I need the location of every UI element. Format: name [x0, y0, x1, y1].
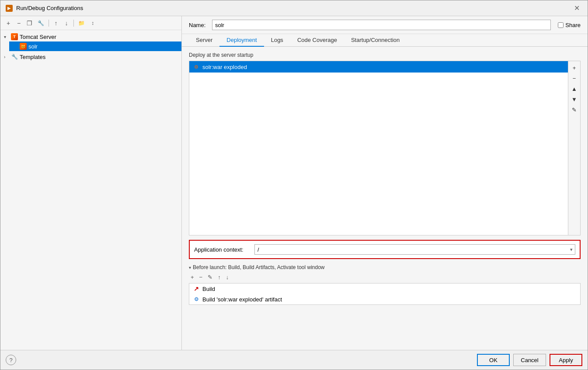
deploy-item-label-0: solr:war exploded — [202, 64, 247, 70]
move-up-button[interactable]: ↑ — [52, 19, 60, 28]
deploy-list: ⚙ solr:war exploded — [189, 61, 568, 235]
title-bar: ▶ Run/Debug Configurations ✕ — [0, 0, 588, 16]
deploy-remove-button[interactable]: − — [569, 73, 580, 83]
deploy-edit-button[interactable]: ✎ — [569, 105, 580, 114]
before-launch-header: ▾ Before launch: Build, Build Artifacts,… — [189, 264, 581, 270]
deploy-add-button[interactable]: + — [569, 63, 580, 73]
bl-item-artifact[interactable]: ⚙ Build 'solr:war exploded' artifact — [189, 294, 580, 304]
app-context-select-wrapper: / — [254, 244, 575, 255]
deploy-area: ⚙ solr:war exploded + − ▲ ▼ ✎ — [189, 61, 581, 235]
tab-code-coverage[interactable]: Code Coverage — [290, 34, 344, 47]
app-context-section: Application context: / — [189, 240, 581, 259]
remove-config-button[interactable]: − — [14, 19, 23, 28]
toolbar-separator-2 — [73, 20, 74, 27]
deploy-sidebar: + − ▲ ▼ ✎ — [568, 61, 580, 235]
tomcat-children: 🐱 solr — [0, 41, 181, 51]
bl-up-button[interactable]: ↑ — [216, 273, 223, 281]
tomcat-server-group: ▾ T Tomcat Server 🐱 solr — [0, 32, 181, 51]
apply-button[interactable]: Apply — [550, 354, 582, 366]
app-context-row: Application context: / — [194, 244, 575, 255]
close-button[interactable]: ✕ — [571, 4, 582, 13]
solr-tomcat-icon: 🐱 — [20, 43, 27, 50]
templates-group: › 🔧 Templates — [0, 52, 181, 62]
bl-add-button[interactable]: + — [189, 273, 196, 281]
help-button[interactable]: ? — [6, 355, 16, 365]
tomcat-icon: T — [11, 33, 18, 40]
share-area: Share — [558, 22, 581, 28]
move-down-button[interactable]: ↓ — [62, 19, 71, 28]
solr-config-item[interactable]: 🐱 solr — [9, 41, 181, 51]
toolbar-separator — [49, 20, 49, 27]
window-title: Run/Debug Configurations — [16, 5, 83, 11]
deploy-section-label: Deploy at the server startup — [189, 52, 581, 58]
title-bar-left: ▶ Run/Debug Configurations — [6, 5, 83, 12]
main-content: + − ❐ 🔧 ↑ ↓ 📁 ↕ — [0, 16, 588, 350]
collapse-arrow: ▾ — [4, 35, 9, 39]
templates-label: Templates — [20, 54, 45, 60]
tomcat-server-item[interactable]: ▾ T Tomcat Server — [0, 32, 181, 41]
bl-item-build[interactable]: ↗ Build — [189, 284, 580, 294]
left-panel: + − ❐ 🔧 ↑ ↓ 📁 ↕ — [0, 16, 182, 350]
name-label: Name: — [189, 22, 209, 28]
before-launch-toolbar: + − ✎ ↑ ↓ — [189, 273, 581, 281]
bl-edit-button[interactable]: ✎ — [206, 273, 214, 281]
tabs-bar: Server Deployment Logs Code Coverage Sta… — [182, 34, 588, 47]
right-panel: Name: solr Share Server Deployment Logs … — [182, 16, 588, 350]
artifact-blue-icon: ⚙ — [193, 296, 200, 303]
left-toolbar: + − ❐ 🔧 ↑ ↓ 📁 ↕ — [0, 16, 181, 30]
artifact-icon: ⚙ — [193, 63, 200, 70]
deployment-tab-content: Deploy at the server startup ⚙ solr:war … — [182, 47, 588, 350]
copy-config-button[interactable]: ❐ — [25, 19, 34, 28]
before-launch-section: ▾ Before launch: Build, Build Artifacts,… — [189, 264, 581, 305]
bottom-right-buttons: OK Cancel Apply — [477, 354, 582, 366]
app-context-select[interactable]: / — [254, 244, 575, 255]
config-tree: ▾ T Tomcat Server 🐱 solr — [0, 30, 181, 350]
run-debug-dialog: ▶ Run/Debug Configurations ✕ + − ❐ 🔧 ↑ ↓… — [0, 0, 588, 370]
name-row: Name: solr Share — [182, 16, 588, 34]
solr-config-label: solr — [28, 43, 38, 50]
build-arrow-icon: ↗ — [193, 285, 200, 292]
bl-item-artifact-label: Build 'solr:war exploded' artifact — [202, 296, 282, 303]
deploy-item-0[interactable]: ⚙ solr:war exploded — [189, 61, 568, 73]
name-input[interactable]: solr — [212, 20, 551, 30]
tab-logs[interactable]: Logs — [264, 34, 290, 47]
deploy-move-down-button[interactable]: ▼ — [569, 94, 580, 104]
tomcat-server-label: Tomcat Server — [20, 34, 56, 40]
before-launch-title: Before launch: Build, Build Artifacts, A… — [193, 264, 325, 270]
templates-icon: 🔧 — [11, 53, 18, 60]
tab-startup-connection[interactable]: Startup/Connection — [344, 34, 407, 47]
before-launch-arrow: ▾ — [189, 265, 191, 270]
share-checkbox[interactable] — [558, 22, 564, 28]
share-label: Share — [565, 22, 581, 28]
bottom-bar: ? OK Cancel Apply — [0, 350, 588, 370]
wrench-icon: 🔧 — [38, 20, 44, 26]
tab-deployment[interactable]: Deployment — [219, 34, 264, 47]
templates-arrow: › — [4, 55, 9, 59]
folder-icon: 📁 — [78, 20, 85, 26]
app-context-label: Application context: — [194, 246, 251, 253]
deploy-move-up-button[interactable]: ▲ — [569, 84, 580, 93]
bl-remove-button[interactable]: − — [198, 273, 205, 281]
tab-server[interactable]: Server — [189, 34, 219, 47]
app-icon: ▶ — [6, 5, 13, 12]
cancel-button[interactable]: Cancel — [513, 354, 546, 366]
sort-button[interactable]: ↕ — [88, 19, 97, 27]
sort-icon: ↕ — [91, 20, 94, 26]
settings-button[interactable]: 🔧 — [36, 19, 46, 27]
folder-button[interactable]: 📁 — [77, 19, 87, 27]
before-launch-list: ↗ Build ⚙ Build 'solr:war exploded' arti… — [189, 283, 581, 305]
ok-button[interactable]: OK — [477, 354, 510, 366]
add-config-button[interactable]: + — [4, 19, 13, 28]
templates-item[interactable]: › 🔧 Templates — [0, 52, 181, 62]
bl-down-button[interactable]: ↓ — [224, 273, 231, 281]
bl-item-build-label: Build — [202, 286, 215, 292]
